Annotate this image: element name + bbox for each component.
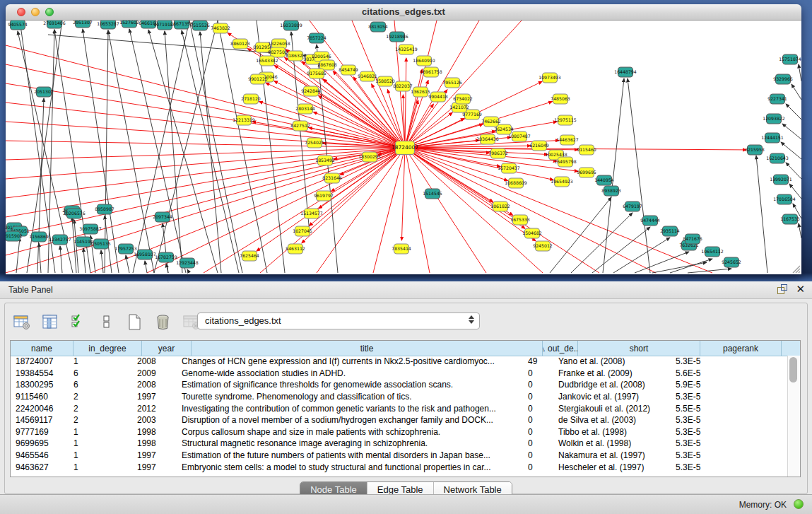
table-cell: Disruption of a novel member of a sodium… bbox=[177, 415, 523, 425]
table-row[interactable]: 1938455462009Genome-wide association stu… bbox=[11, 368, 788, 380]
table-cell: 5.3E-5 bbox=[671, 438, 747, 448]
table-cell: 2012 bbox=[132, 404, 177, 414]
trash-icon[interactable] bbox=[153, 313, 172, 332]
svg-text:7857224: 7857224 bbox=[307, 35, 326, 40]
svg-text:2867608: 2867608 bbox=[317, 62, 337, 67]
table-cell: 2 bbox=[69, 415, 132, 425]
svg-text:9904418: 9904418 bbox=[428, 94, 448, 99]
table-cell: Yano et al. (2008) bbox=[553, 356, 671, 366]
table-row[interactable]: 1456911722003Disruption of a novel membe… bbox=[11, 414, 788, 426]
table-cell: 1 bbox=[69, 438, 132, 448]
svg-text:20364436: 20364436 bbox=[476, 136, 499, 141]
network-window-titlebar[interactable]: citations_edges.txt bbox=[6, 4, 801, 21]
svg-text:9474444: 9474444 bbox=[640, 218, 660, 223]
svg-text:27691406: 27691406 bbox=[43, 21, 66, 25]
table-cell: 5.3E-5 bbox=[671, 427, 747, 437]
memory-status-icon[interactable] bbox=[794, 499, 804, 509]
status-bar: Memory: OK bbox=[0, 494, 812, 514]
column-header-short[interactable]: short bbox=[578, 341, 700, 356]
svg-text:8427512: 8427512 bbox=[290, 123, 310, 128]
svg-text:8215958: 8215958 bbox=[745, 147, 765, 152]
svg-text:12975115: 12975115 bbox=[554, 117, 577, 122]
table-row[interactable]: 1872400712008Changes of HCN gene express… bbox=[11, 356, 788, 368]
network-canvas[interactable]: 9405574276914062951307106532871527602646… bbox=[6, 21, 801, 274]
table-cell: Stergiakouli et al. (2012) bbox=[553, 404, 671, 414]
svg-text:10688609: 10688609 bbox=[505, 180, 527, 185]
svg-text:7835414: 7835414 bbox=[392, 246, 411, 251]
svg-text:8186328: 8186328 bbox=[286, 53, 305, 58]
svg-text:2951307: 2951307 bbox=[73, 21, 93, 25]
svg-text:1061822: 1061822 bbox=[490, 204, 510, 209]
network-graph[interactable]: 9405574276914062951307106532871527602646… bbox=[6, 21, 801, 274]
table-columns-icon[interactable] bbox=[40, 313, 59, 332]
table-cell: 1 bbox=[69, 462, 132, 472]
svg-text:12444151: 12444151 bbox=[761, 135, 784, 140]
table-row[interactable]: 946362711997Embryonic stem cells: a mode… bbox=[11, 461, 788, 473]
svg-text:9245012: 9245012 bbox=[533, 243, 553, 248]
table-cell: 1997 bbox=[132, 392, 177, 402]
svg-text:16961758: 16961758 bbox=[420, 69, 442, 74]
svg-text:10654112: 10654112 bbox=[701, 249, 724, 254]
memory-status-label: Memory: OK bbox=[739, 500, 787, 510]
column-header-title[interactable]: title bbox=[192, 341, 543, 356]
svg-text:18226058: 18226058 bbox=[268, 41, 290, 46]
table-cell: Dudbridge et al. (2008) bbox=[553, 380, 671, 390]
sort-ascending-icon: △ bbox=[543, 344, 545, 352]
table-cell: 6 bbox=[69, 368, 132, 378]
table-settings-icon[interactable] bbox=[12, 313, 31, 332]
column-header-pagerank[interactable]: pagerank bbox=[700, 341, 782, 356]
table-cell: 9699695 bbox=[11, 438, 69, 448]
table-panel: Table Panel ✕ bbox=[0, 281, 812, 514]
close-panel-icon[interactable]: ✕ bbox=[796, 284, 805, 294]
table-cell: Franke et al. (2009) bbox=[553, 368, 671, 378]
svg-text:16958107: 16958107 bbox=[134, 252, 156, 257]
column-header-in_degree[interactable]: in_degree bbox=[73, 341, 142, 356]
resize-grip-icon[interactable] bbox=[791, 264, 801, 274]
table-row[interactable]: 977716911998Corpus callosum shape and si… bbox=[11, 426, 788, 438]
float-panel-icon[interactable] bbox=[777, 284, 787, 294]
table-cell: 2009 bbox=[132, 368, 177, 378]
table-cell: 0 bbox=[523, 427, 553, 437]
table-cell: 0 bbox=[523, 392, 553, 402]
network-desktop: citations_edges.txt 94055742769140629513… bbox=[0, 0, 812, 281]
table-cell: 2 bbox=[69, 392, 132, 402]
svg-text:16033809: 16033809 bbox=[280, 23, 302, 28]
new-document-icon[interactable] bbox=[125, 313, 144, 332]
svg-text:10973493: 10973493 bbox=[539, 75, 561, 80]
svg-text:8463112: 8463112 bbox=[286, 246, 305, 251]
table-row[interactable]: 911546021997Tourette syndrome. Phenomeno… bbox=[11, 391, 788, 403]
node-table: namein_degreeyeartitle△out_de...shortpag… bbox=[10, 340, 801, 477]
svg-text:10025438: 10025438 bbox=[545, 152, 567, 157]
column-header-name[interactable]: name bbox=[11, 341, 73, 356]
svg-text:7254021: 7254021 bbox=[305, 140, 324, 145]
svg-text:7485063: 7485063 bbox=[551, 96, 570, 101]
table-scrollbar-thumb[interactable] bbox=[789, 357, 797, 382]
table-scrollbar[interactable] bbox=[787, 356, 800, 477]
svg-text:16495798: 16495798 bbox=[554, 159, 577, 164]
svg-text:8938923: 8938923 bbox=[601, 188, 621, 193]
table-row[interactable]: 946554611997Estimation of the future num… bbox=[11, 450, 788, 462]
table-row[interactable]: 2242004622012Investigating the contribut… bbox=[11, 402, 788, 414]
svg-text:2097344: 2097344 bbox=[153, 214, 172, 219]
column-header-out_de[interactable]: △out_de... bbox=[543, 341, 578, 356]
svg-text:9405574: 9405574 bbox=[8, 22, 28, 27]
svg-text:9227341: 9227341 bbox=[767, 96, 787, 101]
svg-text:1421072: 1421072 bbox=[449, 105, 469, 110]
table-cell: 1997 bbox=[132, 462, 177, 472]
table-selector-dropdown[interactable]: citations_edges.txt bbox=[197, 313, 480, 329]
svg-text:30975887: 30975887 bbox=[79, 226, 102, 231]
svg-text:7515526: 7515526 bbox=[190, 23, 210, 28]
table-panel-body: f(x) citations_edges.txt namein_degreeye… bbox=[4, 303, 808, 494]
table-cell: 1 bbox=[69, 427, 132, 437]
svg-text:1514545: 1514545 bbox=[423, 191, 442, 196]
svg-text:12093822: 12093822 bbox=[763, 116, 785, 121]
column-checklist-icon[interactable] bbox=[69, 313, 88, 332]
svg-text:9699695: 9699695 bbox=[577, 170, 596, 175]
svg-text:9242844: 9242844 bbox=[301, 88, 321, 93]
svg-text:9115460: 9115460 bbox=[577, 147, 596, 152]
table-row[interactable]: 969969511998Structural magnetic resonanc… bbox=[11, 438, 788, 450]
table-cell: 5.3E-5 bbox=[671, 450, 747, 460]
column-header-year[interactable]: year bbox=[142, 341, 192, 356]
table-row[interactable]: 1830029562008Estimation of significance … bbox=[11, 379, 788, 391]
row-height-icon[interactable] bbox=[97, 313, 116, 332]
